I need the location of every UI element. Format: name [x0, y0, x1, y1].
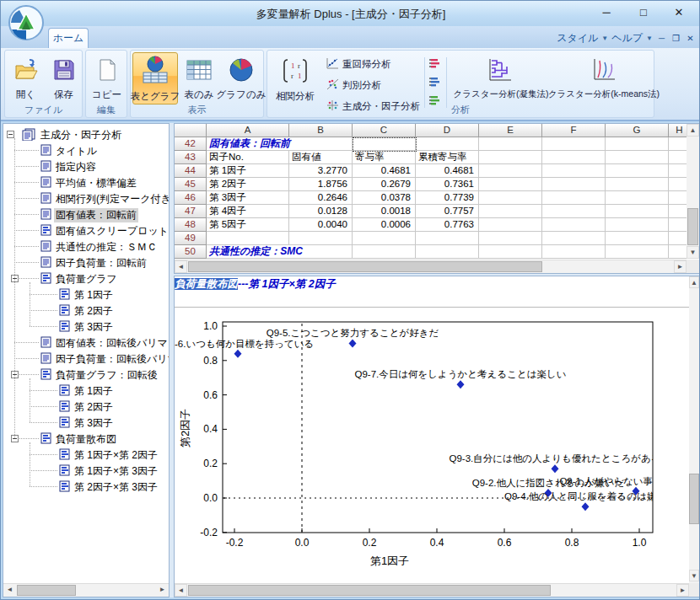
row-number[interactable]: 50 [175, 245, 207, 259]
save-button[interactable]: 保存 [46, 54, 82, 102]
tree-item--[interactable]: 固有値スクリープロット：回転前 [3, 222, 169, 238]
discriminant-button[interactable]: 判別分析 [326, 78, 381, 92]
cell-A43[interactable]: 因子No. [207, 151, 289, 164]
table-vertical-scrollbar[interactable]: ▲ ▼ [687, 124, 700, 259]
tree-item--[interactable]: 平均値・標準偏差 [3, 174, 169, 190]
column-header-G[interactable]: G [606, 124, 669, 137]
row-number[interactable]: 45 [175, 178, 207, 191]
scroll-thumb[interactable] [188, 261, 542, 272]
scroll-down-arrow[interactable]: ▼ [687, 246, 699, 259]
close-button[interactable]: ✕ [662, 3, 696, 23]
scroll-right-arrow[interactable]: ► [676, 584, 689, 597]
cell-G44[interactable] [606, 164, 669, 178]
cell-D43[interactable]: 累積寄与率 [416, 151, 479, 164]
tree-item--[interactable]: 固有値表：回転前 [3, 206, 169, 222]
cell-D45[interactable]: 0.7361 [416, 178, 479, 191]
tree-item--1-3-[interactable]: 第 1因子×第 3因子 [3, 463, 169, 479]
cell-C42[interactable] [353, 137, 416, 151]
open-button[interactable]: 開く [8, 54, 44, 102]
corner-header-cell[interactable] [175, 124, 207, 137]
tree-item--[interactable]: 因子負荷量：回転後バリマックス [3, 351, 169, 367]
table-horizontal-scrollbar[interactable]: ◄ ► [175, 260, 687, 273]
tree-item--3-[interactable]: 第 3因子 [3, 319, 169, 335]
scroll-right-arrow[interactable]: ► [156, 584, 169, 597]
cell-A46[interactable]: 第 3因子 [207, 191, 289, 205]
cell-E48[interactable] [479, 218, 542, 232]
scroll-left-arrow[interactable]: ◄ [175, 260, 187, 273]
cell-C48[interactable]: 0.0006 [353, 218, 416, 232]
tree-item-label[interactable]: 第 3因子 [73, 320, 115, 335]
cell-A50[interactable]: 共通性の推定：SMC [207, 245, 289, 259]
cell-E43[interactable] [479, 151, 542, 164]
tree-item--[interactable]: 負荷量散布図 [3, 431, 169, 447]
column-header-F[interactable]: F [542, 124, 606, 137]
cell-C47[interactable]: 0.0018 [353, 205, 416, 218]
column-header-B[interactable]: B [289, 124, 353, 137]
tree-item-label[interactable]: 共通性の推定：ＳＭＣ [54, 240, 159, 254]
tree-item-label[interactable]: 負荷量散布図 [54, 432, 118, 447]
tree-item--1-[interactable]: 第 1因子 [3, 287, 169, 303]
tree-item--[interactable]: 負荷量グラフ：回転後 [3, 367, 169, 383]
cell-A49[interactable] [207, 232, 289, 245]
tree-item--[interactable]: 相関行列(判定マーク付き) [3, 190, 169, 206]
cell-F50[interactable] [542, 245, 606, 259]
cell-A44[interactable]: 第 1因子 [207, 164, 289, 178]
tree-item-label[interactable]: 指定内容 [54, 160, 98, 174]
mdi-close-button[interactable]: ✕ [685, 34, 696, 43]
tree-horizontal-scrollbar[interactable]: ◄ ► [3, 583, 169, 597]
cell-E47[interactable] [479, 205, 542, 218]
cell-G43[interactable] [606, 151, 669, 164]
scroll-up-arrow[interactable]: ▲ [689, 276, 699, 288]
column-header-A[interactable]: A [207, 124, 289, 137]
cell-G48[interactable] [606, 218, 669, 232]
row-number[interactable]: 43 [175, 151, 207, 164]
cell-F46[interactable] [542, 191, 606, 205]
tab-home[interactable]: ホーム [48, 28, 89, 48]
tree-item-label[interactable]: 負荷量グラフ [54, 272, 119, 287]
cell-A42[interactable]: 固有値表：回転前 [207, 137, 289, 151]
cell-C43[interactable]: 寄与率 [353, 151, 416, 164]
tree-item-label[interactable]: 因子負荷量：回転後バリマックス [54, 352, 170, 367]
table-only-button[interactable]: 表のみ [180, 54, 218, 102]
cell-B42[interactable] [289, 137, 353, 151]
multiple-regression-button[interactable]: 重回帰分析 [326, 57, 391, 71]
tree-item--3-[interactable]: 第 3因子 [3, 415, 169, 431]
tree-item-label[interactable]: 第 1因子×第 3因子 [73, 464, 159, 479]
cell-D44[interactable]: 0.4681 [416, 164, 479, 178]
mdi-restore-button[interactable]: ❐ [670, 34, 681, 43]
cell-F48[interactable] [542, 218, 606, 232]
cell-C45[interactable]: 0.2679 [353, 178, 416, 191]
column-header-D[interactable]: D [416, 124, 479, 137]
cell-G42[interactable] [606, 137, 669, 151]
cell-B43[interactable]: 固有値 [289, 151, 353, 164]
tree-item-label[interactable]: 第 1因子 [73, 384, 115, 399]
cell-E46[interactable] [479, 191, 542, 205]
app-logo-icon[interactable] [8, 4, 45, 41]
row-number[interactable]: 48 [175, 218, 207, 232]
tree-item-label[interactable]: 固有値表：回転後バリマックス [54, 336, 170, 351]
cell-B44[interactable]: 3.2770 [289, 164, 353, 178]
row-number[interactable]: 49 [175, 232, 207, 245]
cell-A45[interactable]: 第 2因子 [207, 178, 289, 191]
tree-item-label[interactable]: 固有値スクリープロット：回転前 [54, 224, 170, 238]
cell-C46[interactable]: 0.0378 [353, 191, 416, 205]
cell-D49[interactable] [416, 232, 479, 245]
style-menu[interactable]: スタイル [557, 31, 598, 46]
cell-G47[interactable] [606, 205, 669, 218]
cell-E49[interactable] [479, 232, 542, 245]
minimize-button[interactable]: ─ [590, 3, 623, 23]
cell-C44[interactable]: 0.4681 [353, 164, 416, 178]
scroll-thumb[interactable] [17, 585, 76, 596]
tree-item-label[interactable]: 第 2因子 [73, 304, 115, 319]
tree-item-label[interactable]: 第 1因子 [73, 288, 115, 303]
cell-G49[interactable] [606, 232, 669, 245]
help-menu[interactable]: ヘルプ [611, 31, 643, 46]
cell-G45[interactable] [606, 178, 669, 191]
graph-vertical-scrollbar[interactable]: ▲ ▼ [689, 276, 700, 583]
mdi-minimize-button[interactable]: ─ [656, 34, 667, 43]
row-number[interactable]: 44 [175, 164, 207, 178]
cell-A48[interactable]: 第 5因子 [207, 218, 289, 232]
tree-item--2-3-[interactable]: 第 2因子×第 3因子 [3, 479, 169, 495]
scroll-right-arrow[interactable]: ► [674, 260, 687, 273]
tree-item-label[interactable]: 第 2因子×第 3因子 [73, 480, 159, 495]
